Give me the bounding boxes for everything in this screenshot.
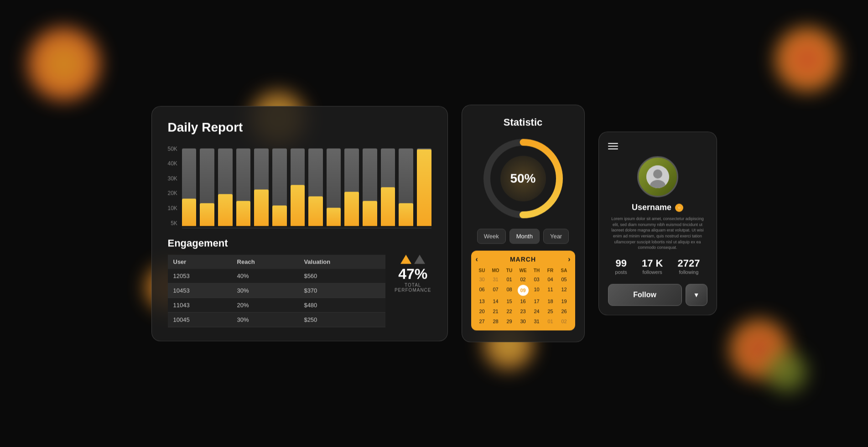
statistic-card: Statistic 50% xyxy=(462,105,585,343)
calendar-header: ‹ MARCH › xyxy=(476,255,571,264)
calendar-day[interactable]: 01 xyxy=(544,317,557,326)
calendar-day[interactable]: 08 xyxy=(503,285,516,296)
performance-arrows xyxy=(395,255,431,264)
calendar-day[interactable]: 29 xyxy=(503,317,516,326)
hamburger-menu[interactable] xyxy=(608,143,707,150)
bar-fill xyxy=(327,208,341,226)
table-row: 1004530%$250 xyxy=(168,312,385,327)
performance-label: TOTALPERFOMANCE xyxy=(395,282,431,292)
calendar-day[interactable]: 26 xyxy=(558,307,571,316)
calendar-day[interactable]: 18 xyxy=(544,297,557,306)
cell-valuation: $560 xyxy=(298,269,385,283)
username: Username xyxy=(632,203,671,213)
calendar-day[interactable]: 01 xyxy=(503,275,516,284)
calendar-day[interactable]: 25 xyxy=(544,307,557,316)
profile-stat-number: 2727 xyxy=(677,257,700,269)
calendar-next-button[interactable]: › xyxy=(568,255,570,264)
cell-valuation: $370 xyxy=(298,283,385,298)
calendar-grid: SUMOTUWETHFRSA30310102030405060708091011… xyxy=(476,267,571,326)
hamburger-line-1 xyxy=(608,143,618,144)
calendar-day[interactable]: 02 xyxy=(558,317,571,326)
calendar-day[interactable]: 19 xyxy=(558,297,571,306)
period-buttons: Week Month Year xyxy=(471,229,575,244)
calendar-day-header: TH xyxy=(530,267,543,274)
period-week-button[interactable]: Week xyxy=(477,229,506,244)
calendar-day[interactable]: 21 xyxy=(489,307,502,316)
calendar-day[interactable]: 24 xyxy=(530,307,543,316)
avatar xyxy=(646,166,669,188)
period-year-button[interactable]: Year xyxy=(543,229,569,244)
calendar-day[interactable]: 13 xyxy=(476,297,489,306)
calendar-day-header: FR xyxy=(544,267,557,274)
follow-row: Follow ▼ xyxy=(608,284,707,306)
profile-stat-label: posts xyxy=(615,269,627,275)
cell-user: 12053 xyxy=(168,269,232,283)
calendar-day[interactable]: 20 xyxy=(476,307,489,316)
bar-group xyxy=(363,148,377,226)
stats-row: 99posts17 Kfollowers2727following xyxy=(608,257,707,275)
calendar-day[interactable]: 14 xyxy=(489,297,502,306)
avatar-circle xyxy=(637,156,678,198)
bar-fill xyxy=(236,201,251,226)
bar-group xyxy=(200,148,214,226)
calendar-day[interactable]: 17 xyxy=(530,297,543,306)
calendar-day[interactable]: 02 xyxy=(517,275,530,284)
bar-group xyxy=(308,148,323,226)
calendar-prev-button[interactable]: ‹ xyxy=(476,255,478,264)
follow-button[interactable]: Follow xyxy=(608,284,682,306)
cell-user: 10453 xyxy=(168,283,232,298)
calendar-day[interactable]: 28 xyxy=(489,317,502,326)
hamburger-line-3 xyxy=(608,149,618,150)
cell-reach: 30% xyxy=(232,283,299,298)
decoration-blob-1 xyxy=(27,27,100,100)
arrow-up-orange xyxy=(400,255,411,264)
circular-progress-container: 50% xyxy=(471,138,575,220)
calendar-day[interactable]: 04 xyxy=(544,275,557,284)
col-reach: Reach xyxy=(232,255,299,269)
calendar-day-header: SA xyxy=(558,267,571,274)
calendar-day[interactable]: 11 xyxy=(544,285,557,296)
calendar-day[interactable]: 31 xyxy=(530,317,543,326)
calendar-day[interactable]: 03 xyxy=(530,275,543,284)
statistic-title: Statistic xyxy=(471,117,575,129)
calendar-day[interactable]: 16 xyxy=(517,297,530,306)
calendar-day[interactable]: 07 xyxy=(489,285,502,296)
period-month-button[interactable]: Month xyxy=(509,229,540,244)
bar-group xyxy=(182,148,197,226)
table-row: 1104320%$480 xyxy=(168,298,385,312)
calendar-day[interactable]: 05 xyxy=(558,275,571,284)
bar-group xyxy=(417,148,431,226)
y-label-40k: 40K xyxy=(168,161,177,166)
bar-group xyxy=(272,148,287,226)
profile-card: Username ○ Lorem ipsum dolor sit amet, c… xyxy=(598,132,717,316)
bar-fill xyxy=(417,149,431,226)
calendar-day[interactable]: 27 xyxy=(476,317,489,326)
calendar-day-header: TU xyxy=(503,267,516,274)
calendar-day[interactable]: 06 xyxy=(476,285,489,296)
cell-valuation: $250 xyxy=(298,312,385,327)
calendar-day-header: WE xyxy=(517,267,530,274)
performance-widget: 47% TOTALPERFOMANCE xyxy=(395,255,431,292)
bar-fill xyxy=(381,187,395,226)
calendar-day[interactable]: 12 xyxy=(558,285,571,296)
calendar-day[interactable]: 31 xyxy=(489,275,502,284)
calendar-day[interactable]: 10 xyxy=(530,285,543,296)
cell-reach: 40% xyxy=(232,269,299,283)
calendar-day[interactable]: 30 xyxy=(476,275,489,284)
follow-dropdown-button[interactable]: ▼ xyxy=(686,284,707,306)
calendar-day[interactable]: 15 xyxy=(503,297,516,306)
profile-stat-number: 17 K xyxy=(642,257,663,269)
bar-chart: 5K 10K 20K 30K 40K 50K xyxy=(168,146,431,228)
profile-stat-number: 99 xyxy=(615,257,627,269)
calendar-day[interactable]: 30 xyxy=(517,317,530,326)
bar-group xyxy=(291,148,305,226)
calendar-day[interactable]: 09 xyxy=(518,285,529,296)
y-label-50k: 50K xyxy=(168,146,177,151)
bar-group xyxy=(344,148,359,226)
calendar-day-header: MO xyxy=(489,267,502,274)
cell-user: 11043 xyxy=(168,298,232,312)
calendar-day[interactable]: 22 xyxy=(503,307,516,316)
calendar-day[interactable]: 23 xyxy=(517,307,530,316)
col-valuation: Valuation xyxy=(298,255,385,269)
profile-stat-item: 2727following xyxy=(677,257,700,275)
